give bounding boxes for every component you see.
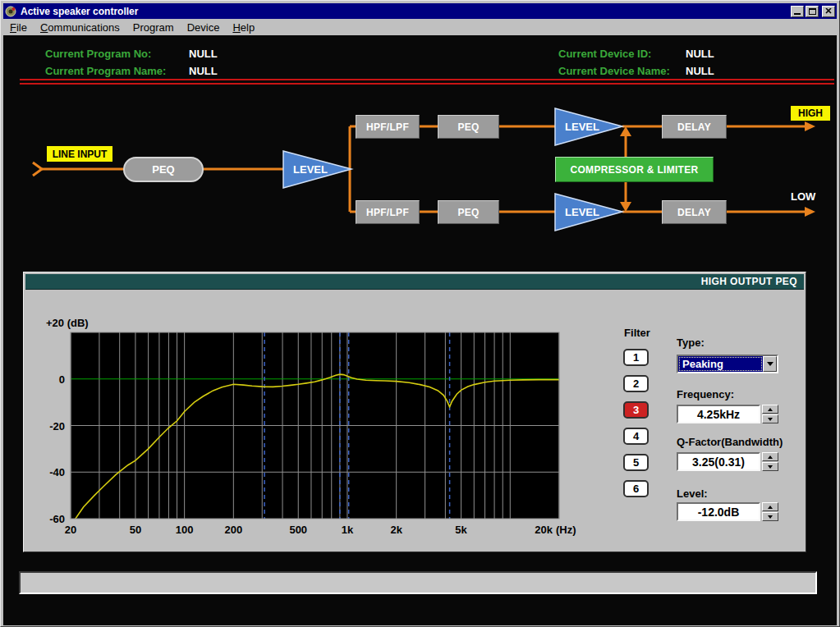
low-level-triangle [555, 194, 622, 231]
level-spinner [762, 502, 778, 521]
svg-text:1k: 1k [342, 524, 354, 536]
low-hpf-lpf-block[interactable]: HPF/LPF [356, 200, 420, 224]
window-title: Active speaker controller [21, 6, 791, 17]
high-level-triangle [555, 108, 622, 145]
svg-text:500: 500 [289, 524, 307, 536]
menu-item-file[interactable]: File [3, 20, 34, 35]
type-dropdown-button[interactable] [763, 356, 777, 372]
level-field[interactable]: -12.0dB [677, 502, 760, 521]
spin-down-icon [768, 465, 773, 469]
spin-up-icon [768, 408, 773, 411]
q-spin-up-button[interactable] [762, 452, 778, 461]
maximize-button[interactable] [806, 6, 819, 17]
svg-text:50: 50 [130, 524, 141, 536]
frequency-spinner [762, 405, 778, 423]
close-icon [825, 8, 832, 14]
type-label: Type: [677, 336, 705, 349]
close-button[interactable] [822, 6, 835, 17]
frequency-spin-down-button[interactable] [762, 414, 778, 423]
menu-bar: FileCommunicationsProgramDeviceHelp [3, 19, 837, 35]
filter-button-6[interactable]: 6 [623, 480, 649, 497]
eq-response-chart: +20 (dB)0-20-40-6020501002005001k2k5k20k… [24, 272, 631, 543]
menu-item-communications[interactable]: Communications [34, 20, 126, 35]
level-label: Level: [677, 487, 708, 500]
status-bar [19, 571, 817, 594]
x-tick-labels: 20501002005001k2k5k20k(Hz) [65, 524, 576, 536]
line-input-tag: LINE INPUT [47, 146, 112, 162]
app-icon [5, 6, 17, 17]
filter-button-1[interactable]: 1 [623, 349, 649, 366]
device-id-value: NULL [686, 48, 714, 60]
svg-text:2k: 2k [390, 524, 402, 536]
high-peq-block[interactable]: PEQ [438, 115, 499, 139]
svg-text:-20: -20 [49, 420, 65, 432]
frequency-field[interactable]: 4.25kHz [677, 405, 760, 423]
program-name-value: NULL [189, 65, 218, 77]
spin-up-icon [768, 455, 773, 459]
low-output-tag: LOW [791, 190, 815, 203]
menu-item-help[interactable]: Help [226, 20, 261, 35]
q-spin-down-button[interactable] [762, 462, 778, 471]
q-factor-field[interactable]: 3.25(0.31) [677, 452, 760, 471]
low-delay-block[interactable]: DELAY [662, 200, 727, 224]
filter-button-5[interactable]: 5 [623, 454, 649, 471]
svg-text:100: 100 [176, 524, 194, 536]
q-factor-spinner [762, 452, 778, 471]
svg-text:-60: -60 [49, 513, 65, 525]
q-factor-label: Q-Factor(Bandwidth) [677, 436, 783, 448]
filter-button-2[interactable]: 2 [623, 375, 649, 392]
svg-text:0: 0 [59, 373, 65, 386]
menu-item-program[interactable]: Program [126, 20, 181, 35]
svg-text:20k: 20k [535, 524, 553, 536]
peq-panel: HIGH OUTPUT PEQ +20 (dB)0-20-40-60205010… [23, 272, 806, 552]
chevron-down-icon [767, 362, 773, 366]
low-peq-block[interactable]: PEQ [438, 200, 499, 224]
filter-button-list: 123456 [623, 349, 649, 497]
svg-text:20: 20 [65, 524, 76, 536]
maximize-icon [809, 8, 816, 15]
client-area: Current Program No: NULL Current Program… [3, 35, 837, 625]
svg-text:200: 200 [224, 524, 242, 536]
program-no-label: Current Program No: [45, 48, 151, 60]
spin-up-icon [768, 506, 773, 509]
window-controls [791, 6, 835, 17]
filter-label: Filter [621, 327, 654, 339]
type-dropdown-value: Peaking [678, 356, 763, 372]
device-name-value: NULL [686, 65, 714, 77]
svg-text:5k: 5k [455, 524, 467, 536]
high-output-tag: HIGH [791, 106, 830, 121]
type-dropdown[interactable]: Peaking [677, 355, 778, 373]
device-id-label: Current Device ID: [558, 48, 651, 60]
x-axis-unit: (Hz) [556, 524, 576, 536]
device-name-label: Current Device Name: [558, 65, 670, 77]
high-delay-block[interactable]: DELAY [662, 115, 727, 139]
high-hpf-lpf-block[interactable]: HPF/LPF [356, 115, 420, 139]
level-spin-up-button[interactable] [762, 502, 778, 511]
input-peq-block[interactable]: PEQ [123, 157, 204, 182]
spin-down-icon [768, 515, 773, 519]
title-bar: Active speaker controller [3, 3, 837, 19]
filter-button-4[interactable]: 4 [623, 428, 649, 445]
compressor-limiter-block[interactable]: COMPRESSOR & LIMITER [555, 157, 714, 182]
filter-button-3[interactable]: 3 [623, 401, 649, 419]
spin-down-icon [768, 418, 773, 421]
red-divider [20, 79, 834, 85]
program-no-value: NULL [189, 48, 218, 60]
minimize-button[interactable] [791, 6, 804, 17]
svg-text:-40: -40 [49, 466, 65, 478]
program-name-label: Current Program Name: [45, 65, 166, 77]
frequency-spin-up-button[interactable] [762, 405, 778, 414]
level-spin-down-button[interactable] [762, 512, 778, 521]
app-window: Active speaker controller FileCommunicat… [0, 0, 840, 627]
minimize-icon [794, 13, 801, 15]
frequency-label: Frequency: [677, 388, 734, 400]
menu-item-device[interactable]: Device [181, 20, 227, 35]
svg-text:+20 (dB): +20 (dB) [46, 317, 89, 329]
input-level-triangle [283, 151, 351, 188]
